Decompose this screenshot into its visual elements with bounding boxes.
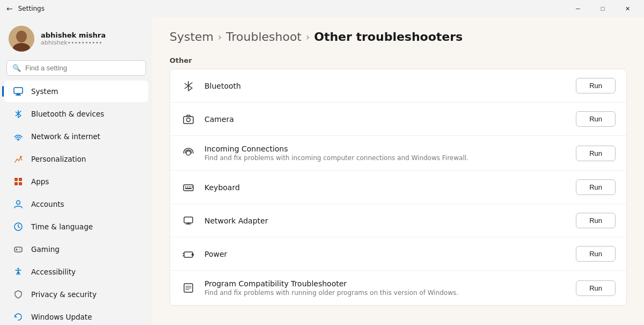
compat-run-button[interactable]: Run: [576, 280, 616, 296]
apps-icon: [13, 176, 24, 187]
section-title: Other: [170, 56, 627, 64]
network-run-button[interactable]: Run: [576, 213, 616, 228]
user-profile: abhishek mishra abhishek••••••••••: [0, 19, 152, 60]
troubleshooter-incoming: Incoming Connections Find and fix proble…: [170, 136, 626, 171]
svg-point-21: [187, 118, 191, 121]
sidebar-item-system-label: System: [31, 87, 58, 96]
sidebar: abhishek mishra abhishek•••••••••• 🔍 Sys…: [0, 17, 152, 325]
sidebar-item-bluetooth[interactable]: Bluetooth & devices: [4, 103, 148, 125]
back-icon[interactable]: ←: [6, 4, 13, 13]
sidebar-item-apps[interactable]: Apps: [4, 171, 148, 192]
content-area: System › Troubleshoot › Other troublesho…: [152, 17, 644, 325]
user-info: abhishek mishra abhishek••••••••••: [41, 31, 106, 46]
power-run-button[interactable]: Run: [576, 246, 616, 262]
search-input[interactable]: [25, 64, 140, 72]
svg-point-12: [17, 201, 20, 205]
sidebar-item-gaming[interactable]: Gaming: [4, 239, 148, 260]
sidebar-item-update[interactable]: Windows Update: [4, 306, 148, 325]
power-item-info: Power: [204, 250, 567, 258]
search-box[interactable]: 🔍: [6, 60, 146, 76]
network-icon: [13, 131, 24, 142]
sidebar-item-privacy[interactable]: Privacy & security: [4, 284, 148, 305]
system-icon: [13, 86, 24, 97]
sidebar-item-accounts-label: Accounts: [31, 200, 64, 208]
bluetooth-item-icon: [181, 78, 196, 93]
svg-rect-11: [19, 182, 22, 185]
troubleshooter-keyboard: Keyboard Run: [170, 171, 626, 204]
bluetooth-run-button[interactable]: Run: [576, 78, 616, 93]
sidebar-item-gaming-label: Gaming: [31, 245, 60, 254]
privacy-icon: [13, 289, 24, 300]
bluetooth-item-info: Bluetooth: [204, 82, 567, 90]
sidebar-item-accounts[interactable]: Accounts: [4, 193, 148, 215]
incoming-item-icon: [181, 146, 196, 161]
accessibility-icon: [13, 266, 24, 277]
sidebar-item-network[interactable]: Network & internet: [4, 126, 148, 147]
troubleshooter-bluetooth: Bluetooth Run: [170, 69, 626, 103]
app-body: abhishek mishra abhishek•••••••••• 🔍 Sys…: [0, 17, 644, 325]
svg-rect-10: [14, 182, 18, 185]
compat-item-info: Program Compatibility Troubleshooter Fin…: [204, 279, 567, 297]
troubleshooter-compat: Program Compatibility Troubleshooter Fin…: [170, 271, 626, 305]
accounts-icon: [13, 199, 24, 210]
gaming-icon: [13, 244, 24, 255]
svg-rect-28: [185, 188, 192, 189]
breadcrumb-sep-2: ›: [306, 31, 310, 42]
svg-rect-24: [185, 186, 186, 187]
sidebar-item-system[interactable]: System: [4, 81, 148, 102]
power-item-icon: [181, 247, 196, 262]
troubleshooters-card: Bluetooth Run Camera Run: [170, 69, 627, 306]
time-icon: [13, 221, 24, 232]
user-name: abhishek mishra: [41, 31, 106, 39]
sidebar-item-apps-label: Apps: [31, 177, 49, 186]
update-icon: [13, 312, 24, 322]
maximize-button[interactable]: □: [590, 0, 615, 17]
minimize-button[interactable]: ─: [566, 0, 590, 17]
keyboard-run-button[interactable]: Run: [576, 179, 616, 195]
sidebar-item-bluetooth-label: Bluetooth & devices: [31, 110, 104, 118]
svg-point-18: [19, 250, 20, 251]
sidebar-item-accessibility[interactable]: Accessibility: [4, 261, 148, 283]
breadcrumb-sep-1: ›: [218, 31, 222, 42]
compat-item-desc: Find and fix problems with running older…: [204, 289, 567, 297]
camera-item-icon: [181, 112, 196, 127]
svg-point-22: [186, 151, 191, 155]
svg-rect-8: [14, 178, 18, 181]
svg-point-6: [18, 140, 19, 141]
svg-point-17: [19, 249, 20, 250]
svg-rect-29: [184, 217, 193, 223]
power-item-name: Power: [204, 250, 567, 258]
troubleshooter-camera: Camera Run: [170, 103, 626, 136]
sidebar-item-time[interactable]: Time & language: [4, 216, 148, 237]
avatar: [9, 26, 34, 52]
sidebar-item-personalization[interactable]: Personalization: [4, 148, 148, 170]
network-item-name: Network Adapter: [204, 216, 567, 225]
keyboard-item-icon: [181, 180, 196, 195]
sidebar-item-accessibility-label: Accessibility: [31, 268, 76, 276]
svg-rect-32: [184, 252, 193, 257]
troubleshooter-power: Power Run: [170, 237, 626, 271]
close-button[interactable]: ✕: [615, 0, 640, 17]
camera-item-name: Camera: [204, 115, 567, 124]
bluetooth-item-name: Bluetooth: [204, 82, 567, 90]
svg-rect-23: [184, 185, 193, 191]
titlebar-title: Settings: [18, 5, 45, 12]
svg-point-19: [18, 268, 19, 270]
breadcrumb-system[interactable]: System: [170, 30, 214, 44]
search-icon: 🔍: [12, 64, 21, 72]
sidebar-item-network-label: Network & internet: [31, 132, 100, 141]
camera-run-button[interactable]: Run: [576, 111, 616, 127]
svg-rect-26: [189, 186, 191, 187]
svg-rect-3: [14, 88, 23, 93]
user-email: abhishek••••••••••: [41, 39, 106, 46]
bluetooth-icon: [13, 109, 24, 119]
breadcrumb-troubleshoot[interactable]: Troubleshoot: [226, 30, 302, 44]
compat-item-name: Program Compatibility Troubleshooter: [204, 279, 567, 288]
sidebar-item-update-label: Windows Update: [31, 313, 92, 321]
svg-rect-35: [192, 254, 194, 256]
troubleshooter-network: Network Adapter Run: [170, 204, 626, 237]
compat-item-icon: [181, 280, 196, 295]
svg-rect-27: [192, 186, 193, 187]
incoming-run-button[interactable]: Run: [576, 146, 616, 161]
titlebar-controls: ─ □ ✕: [566, 0, 640, 17]
